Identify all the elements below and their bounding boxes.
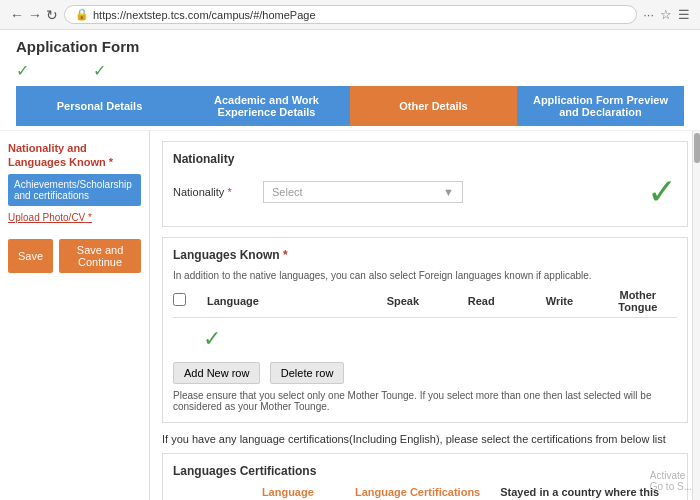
- languages-table-header: Language Speak Read Write Mother Tongue: [173, 289, 677, 318]
- languages-section: Languages Known * In addition to the nat…: [162, 237, 688, 423]
- tab-navigation: Personal Details Academic and Work Exper…: [16, 86, 684, 126]
- required-star: *: [106, 156, 113, 168]
- nationality-checkmark: ✓: [647, 174, 677, 210]
- watermark: ActivateGo to S...: [650, 470, 692, 492]
- bookmark-icon[interactable]: ☆: [660, 7, 672, 22]
- cert-col-country: Stayed in a country where this language …: [482, 486, 677, 500]
- settings-icon[interactable]: ☰: [678, 7, 690, 22]
- languages-title: Languages Known *: [173, 248, 677, 262]
- sidebar: Nationality and Languages Known * Achiev…: [0, 131, 150, 500]
- browser-actions: ··· ☆ ☰: [643, 7, 690, 22]
- lang-col-language: Language: [203, 295, 364, 307]
- sidebar-buttons: Save Save and Continue: [8, 239, 141, 273]
- lang-col-speak: Speak: [364, 295, 442, 307]
- lang-col-mother-tongue: Mother Tongue: [599, 289, 677, 313]
- scrollbar-track[interactable]: [692, 131, 700, 500]
- languages-note: In addition to the native languages, you…: [173, 270, 677, 281]
- url-text: https://nextstep.tcs.com/campus/#/homePa…: [93, 9, 316, 21]
- cert-note: If you have any language certifications(…: [162, 433, 688, 445]
- lang-table-buttons: Add New row Delete row: [173, 362, 677, 384]
- app-header: Application Form ✓ ✓ Personal Details Ac…: [0, 30, 700, 131]
- lang-col-read: Read: [442, 295, 520, 307]
- tab-academic[interactable]: Academic and Work Experience Details: [183, 86, 350, 126]
- app-title: Application Form: [16, 38, 684, 55]
- delete-row-button[interactable]: Delete row: [270, 362, 345, 384]
- nationality-section-title: Nationality: [173, 152, 677, 166]
- cert-section-title: Languages Certifications: [173, 464, 677, 478]
- add-new-row-button[interactable]: Add New row: [173, 362, 260, 384]
- lock-icon: 🔒: [75, 8, 89, 21]
- main-layout: Nationality and Languages Known * Achiev…: [0, 131, 700, 500]
- scrollbar-thumb[interactable]: [694, 133, 700, 163]
- save-button[interactable]: Save: [8, 239, 53, 273]
- step1-check: ✓: [16, 61, 29, 80]
- checkmark-row: ✓ ✓: [16, 61, 684, 80]
- sidebar-upload-link[interactable]: Upload Photo/CV *: [8, 212, 141, 223]
- menu-dots[interactable]: ···: [643, 7, 654, 22]
- lang-col-write: Write: [520, 295, 598, 307]
- nationality-select[interactable]: Select ▼: [263, 181, 463, 203]
- certifications-section: Languages Certifications Language Langua…: [162, 453, 688, 500]
- app-container: Application Form ✓ ✓ Personal Details Ac…: [0, 30, 700, 500]
- save-continue-button[interactable]: Save and Continue: [59, 239, 141, 273]
- cert-col-certifications: Language Certifications: [353, 486, 483, 500]
- dropdown-arrow-icon: ▼: [443, 186, 454, 198]
- nationality-section: Nationality Nationality * Select ▼ ✓: [162, 141, 688, 227]
- cert-table-header: Language Language Certifications Stayed …: [173, 486, 677, 500]
- url-bar[interactable]: 🔒 https://nextstep.tcs.com/campus/#/home…: [64, 5, 637, 24]
- nationality-label: Nationality *: [173, 186, 253, 198]
- cert-col-language: Language: [223, 486, 353, 500]
- sidebar-section-title: Nationality and Languages Known *: [8, 141, 141, 170]
- language-row: ✓: [173, 322, 677, 356]
- lang-header-checkbox[interactable]: [173, 293, 186, 306]
- mother-tongue-note: Please ensure that you select only one M…: [173, 390, 677, 412]
- browser-navigation[interactable]: ← → ↻: [10, 7, 58, 23]
- lang-row-checkmark: ✓: [203, 326, 221, 352]
- back-icon[interactable]: ←: [10, 7, 24, 23]
- reload-icon[interactable]: ↻: [46, 7, 58, 23]
- nationality-row: Nationality * Select ▼ ✓: [173, 174, 677, 210]
- sidebar-item-achievements[interactable]: Achievements/Scholarship and certificati…: [8, 174, 141, 206]
- forward-icon[interactable]: →: [28, 7, 42, 23]
- browser-bar: ← → ↻ 🔒 https://nextstep.tcs.com/campus/…: [0, 0, 700, 30]
- content-area: Nationality Nationality * Select ▼ ✓ Lan…: [150, 131, 700, 500]
- step2-check: ✓: [93, 61, 106, 80]
- tab-preview[interactable]: Application Form Preview and Declaration: [517, 86, 684, 126]
- tab-personal[interactable]: Personal Details: [16, 86, 183, 126]
- tab-other[interactable]: Other Details: [350, 86, 517, 126]
